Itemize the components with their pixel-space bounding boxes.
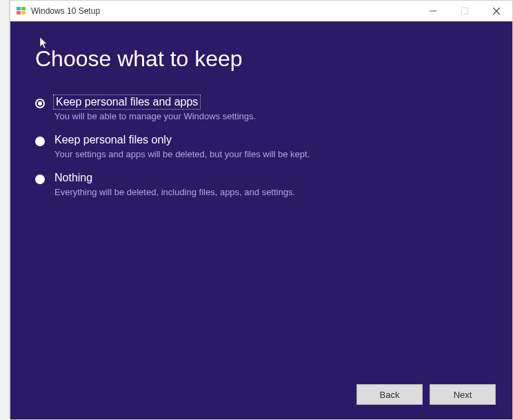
radio-icon: [35, 99, 45, 108]
page-heading: Choose what to keep: [35, 46, 243, 72]
close-button[interactable]: [481, 1, 512, 21]
setup-window: Windows 10 Setup Choose what to keep: [10, 0, 513, 420]
option-nothing[interactable]: Nothing Everything will be deleted, incl…: [35, 172, 485, 197]
svg-rect-5: [462, 8, 468, 14]
window-title: Windows 10 Setup: [31, 6, 417, 16]
minimize-button[interactable]: [417, 1, 449, 21]
radio-icon: [35, 174, 45, 184]
content-area: Choose what to keep Keep personal files …: [10, 21, 512, 419]
svg-rect-2: [17, 11, 21, 14]
window-controls: [417, 1, 512, 21]
svg-rect-0: [17, 7, 21, 10]
option-desc: Everything will be deleted, including fi…: [54, 187, 485, 197]
background-edge: [0, 0, 10, 420]
option-text: Nothing Everything will be deleted, incl…: [54, 172, 485, 197]
option-keep-files-apps[interactable]: Keep personal files and apps You will be…: [35, 96, 485, 121]
app-icon: [16, 6, 27, 17]
svg-rect-3: [21, 11, 26, 14]
option-keep-files-only[interactable]: Keep personal files only Your settings a…: [35, 134, 485, 159]
option-label: Keep personal files and apps: [54, 96, 199, 108]
option-desc: You will be able to manage your Windows …: [54, 111, 485, 121]
radio-icon: [35, 137, 45, 146]
option-label: Keep personal files only: [54, 134, 172, 146]
svg-rect-1: [21, 7, 26, 10]
footer-buttons: Back Next: [356, 384, 496, 405]
option-label: Nothing: [54, 172, 92, 184]
option-text: Keep personal files only Your settings a…: [54, 134, 485, 159]
back-button[interactable]: Back: [356, 384, 423, 405]
option-desc: Your settings and apps will be deleted, …: [54, 149, 485, 159]
titlebar[interactable]: Windows 10 Setup: [10, 1, 512, 21]
options-group: Keep personal files and apps You will be…: [35, 96, 485, 210]
option-text: Keep personal files and apps You will be…: [54, 96, 485, 121]
maximize-button[interactable]: [449, 1, 481, 21]
next-button[interactable]: Next: [430, 384, 496, 405]
